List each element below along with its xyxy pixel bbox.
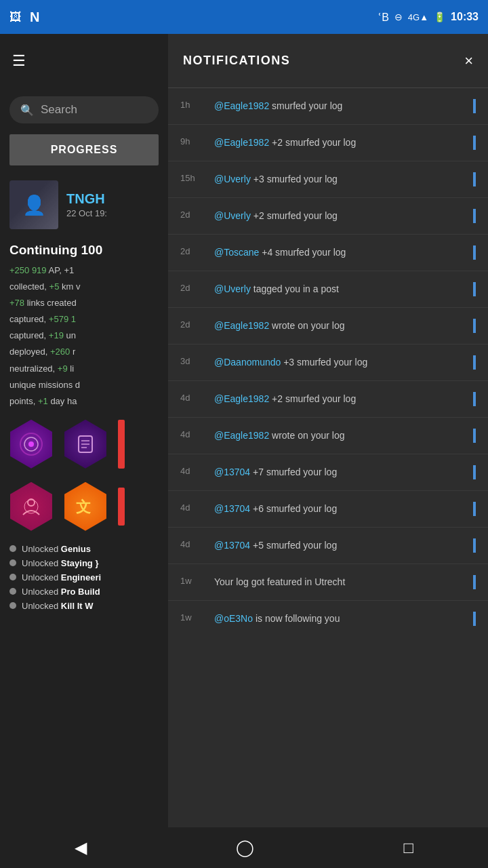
notif-time-10: 4d: [180, 465, 206, 476]
notif-action-8: +2 smurfed your log: [272, 393, 356, 404]
achievement-kill: Unlocked Kill It W: [9, 599, 159, 613]
notif-time-13: 1w: [180, 575, 206, 586]
hamburger-menu-icon[interactable]: ☰: [12, 52, 26, 70]
status-bar-right: ʿB ⊖ 4G▲ 🔋 10:33: [378, 11, 479, 24]
notif-border-12: [473, 538, 476, 553]
notif-border-14: [473, 612, 476, 626]
badge-red-bar: [118, 420, 125, 469]
notif-border-6: [473, 319, 476, 333]
notif-time-11: 4d: [180, 502, 206, 513]
photo-icon: 🖼: [9, 10, 22, 24]
badges-row-2: 文: [0, 475, 168, 538]
notif-action-1: +2 smurfed your log: [272, 137, 356, 148]
badge-violet: [61, 420, 110, 469]
achievement-engineer: Unlocked Engineeri: [9, 570, 159, 585]
notif-border-1: [473, 136, 476, 150]
notifications-list[interactable]: 1h @Eagle1982 smurfed your log 9h @Eagle…: [168, 88, 488, 868]
ap-value: +250 919: [9, 265, 47, 275]
achievement-staying: Unlocked Staying }: [9, 556, 159, 570]
notif-action-7: +3 smurfed your log: [283, 357, 367, 368]
notifications-title: NOTIFICATIONS: [183, 54, 290, 68]
avatar-image: 👤: [9, 180, 58, 229]
stat-deployed: deployed, +260 r: [9, 344, 159, 359]
notif-user-12: @13704: [214, 540, 250, 551]
user-date: 22 Oct 19:: [66, 208, 159, 218]
search-input[interactable]: Search: [41, 103, 77, 117]
notifications-panel: NOTIFICATIONS × 1h @Eagle1982 smurfed yo…: [168, 34, 488, 868]
notif-text-4: @Toscane +4 smurfed your log: [214, 245, 461, 260]
achievement-genius: Unlocked Genius: [9, 542, 159, 556]
notif-user-7: @Daanomundo: [214, 357, 281, 368]
notif-border-13: [473, 575, 476, 589]
achievements-list: Unlocked Genius Unlocked Staying } Unloc…: [0, 538, 168, 617]
home-button[interactable]: ◯: [216, 831, 274, 864]
notif-action-11: +6 smurfed your log: [253, 503, 337, 514]
stat-ap: +250 919 AP, +1: [9, 263, 159, 278]
notif-border-11: [473, 502, 476, 516]
links-created: +78: [9, 298, 24, 308]
notif-time-5: 2d: [180, 282, 206, 293]
notifications-header: NOTIFICATIONS ×: [168, 34, 488, 88]
notif-item-9: 4d @Eagle1982 wrote on your log: [168, 418, 488, 454]
user-info: TNGH 22 Oct 19:: [66, 191, 159, 218]
search-icon: 🔍: [20, 104, 34, 117]
notif-item-0: 1h @Eagle1982 smurfed your log: [168, 88, 488, 125]
battery-icon: 🔋: [434, 12, 445, 22]
search-box[interactable]: 🔍 Search: [9, 96, 159, 123]
notif-text-5: @Uverly tagged you in a post: [214, 282, 461, 296]
notif-text-11: @13704 +6 smurfed your log: [214, 502, 461, 516]
stat-links: collected, +5 km v: [9, 279, 159, 294]
notif-item-7: 3d @Daanomundo +3 smurfed your log: [168, 344, 488, 381]
notif-time-8: 4d: [180, 392, 206, 403]
notif-item-6: 2d @Eagle1982 wrote on your log: [168, 308, 488, 344]
notif-user-9: @Eagle1982: [214, 430, 269, 441]
ach-dot-1: [9, 545, 16, 552]
avatar: 👤: [9, 180, 58, 229]
user-card: 👤 TNGH 22 Oct 19:: [0, 174, 168, 236]
notif-action-6: wrote on your log: [272, 320, 344, 331]
notif-time-2: 15h: [180, 172, 206, 183]
notif-text-1: @Eagle1982 +2 smurfed your log: [214, 136, 461, 150]
notif-border-0: [473, 99, 476, 113]
notif-time-6: 2d: [180, 319, 206, 330]
stats-block: +250 919 AP, +1 collected, +5 km v +78 l…: [0, 260, 168, 413]
notif-time-9: 4d: [180, 429, 206, 439]
notif-text-14: @oE3No is now following you: [214, 612, 461, 626]
notif-item-11: 4d @13704 +6 smurfed your log: [168, 491, 488, 528]
back-button[interactable]: ◀: [54, 831, 107, 864]
app-header: ☰: [0, 34, 168, 88]
main-container: ☰ 🔍 Search PROGRESS 👤 TNGH 22 Oct 19: Co…: [0, 34, 488, 868]
notif-border-10: [473, 465, 476, 479]
notif-item-14: 1w @oE3No is now following you: [168, 601, 488, 637]
notif-text-10: @13704 +7 smurfed your log: [214, 465, 461, 479]
notif-user-10: @13704: [214, 467, 250, 477]
notif-user-8: @Eagle1982: [214, 393, 269, 404]
notif-time-1: 9h: [180, 136, 206, 146]
notif-time-3: 2d: [180, 209, 206, 220]
notif-action-0: smurfed your log: [272, 100, 342, 111]
notif-item-5: 2d @Uverly tagged you in a post: [168, 271, 488, 308]
notif-text-8: @Eagle1982 +2 smurfed your log: [214, 392, 461, 406]
notif-action-2: +3 smurfed your log: [253, 174, 338, 184]
notif-text-9: @Eagle1982 wrote on your log: [214, 429, 461, 443]
status-bar-left: 🖼 N: [9, 9, 39, 25]
bluetooth-icon: ʿB: [378, 11, 389, 24]
stat-captured: captured, +579 1: [9, 312, 159, 327]
notif-text-2: @Uverly +3 smurfed your log: [214, 172, 461, 186]
recents-button[interactable]: □: [383, 831, 434, 864]
search-container: 🔍 Search: [0, 88, 168, 132]
notif-action-9: wrote on your log: [272, 430, 344, 441]
notif-item-8: 4d @Eagle1982 +2 smurfed your log: [168, 381, 488, 418]
svg-point-2: [28, 441, 34, 447]
links-value: +5: [49, 281, 60, 292]
notif-user-4: @Toscane: [214, 247, 259, 258]
svg-text:文: 文: [76, 498, 91, 515]
ach-dot-5: [9, 602, 16, 609]
left-panel: ☰ 🔍 Search PROGRESS 👤 TNGH 22 Oct 19: Co…: [0, 34, 168, 868]
progress-button[interactable]: PROGRESS: [9, 134, 159, 165]
ach-dot-3: [9, 574, 16, 580]
notif-border-4: [473, 245, 476, 260]
close-button[interactable]: ×: [464, 52, 473, 70]
notif-user-11: @13704: [214, 503, 250, 514]
minus-circle-icon: ⊖: [394, 12, 403, 22]
